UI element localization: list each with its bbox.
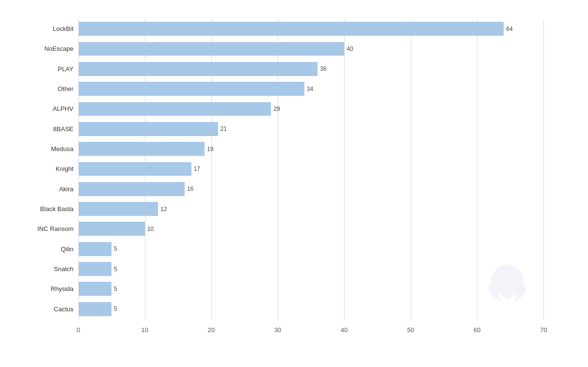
bar [79, 202, 159, 216]
bar-row: LockBit64 [79, 19, 544, 39]
bar-row: Knight17 [79, 159, 544, 179]
bar-wrapper: 40 [79, 42, 544, 56]
bar-row: ALPHV29 [79, 99, 544, 119]
bar [79, 162, 191, 176]
bar-row: PLAY36 [79, 59, 544, 79]
bar-row: Cactus5 [79, 299, 544, 319]
bar-row: 8BASE21 [79, 119, 544, 139]
bar-value: 5 [114, 266, 117, 273]
bar-wrapper: 34 [79, 82, 544, 96]
bar [79, 62, 318, 76]
bar-value: 29 [273, 106, 280, 112]
bar-label: Snatch [18, 265, 74, 273]
bar-row: Akira16 [79, 179, 544, 199]
bar [79, 82, 304, 96]
bar [79, 122, 218, 136]
bar-value: 16 [187, 185, 193, 192]
x-axis-label: 20 [204, 326, 219, 334]
bar-label: Knight [18, 165, 74, 172]
bar-row: Other34 [79, 79, 544, 99]
bar [79, 142, 205, 156]
x-axis-label: 70 [537, 326, 551, 334]
bar-value: 19 [207, 146, 213, 153]
bar-wrapper: 5 [79, 282, 544, 296]
bar-label: Rhysida [18, 285, 74, 292]
bars-container: LockBit64NoEscape40PLAY36Other34ALPHV298… [79, 19, 544, 319]
bar-wrapper: 5 [79, 262, 544, 276]
x-axis: 010203040506070 [79, 321, 544, 334]
bar-value: 5 [114, 245, 117, 252]
bar-value: 40 [347, 46, 353, 52]
bar-value: 5 [114, 306, 117, 312]
bar-wrapper: 16 [79, 182, 544, 196]
bar-label: Black Basta [18, 205, 74, 213]
bar-wrapper: 29 [79, 102, 544, 116]
bar-wrapper: 5 [79, 302, 544, 316]
bar-row: Rhysida5 [79, 279, 544, 299]
bar-value: 34 [307, 86, 313, 92]
bar-wrapper: 10 [79, 222, 544, 236]
bar-row: Medusa19 [79, 139, 544, 159]
bar-label: Other [18, 85, 74, 92]
x-axis-label: 60 [470, 326, 484, 334]
bar-label: PLAY [18, 65, 74, 73]
x-axis-label: 30 [270, 326, 285, 334]
bar-wrapper: 19 [79, 142, 544, 156]
bar-label: 8BASE [18, 125, 74, 133]
bar-label: Medusa [18, 145, 74, 153]
bar-value: 5 [114, 286, 117, 292]
bar-label: Qilin [18, 245, 74, 253]
chart-area: LockBit64NoEscape40PLAY36Other34ALPHV298… [79, 19, 544, 334]
bar-label: NoEscape [18, 45, 74, 52]
chart-container: LockBit64NoEscape40PLAY36Other34ALPHV298… [16, 9, 573, 358]
bar-value: 21 [221, 125, 227, 132]
bar-wrapper: 64 [79, 22, 544, 36]
bar [79, 302, 112, 316]
bar-label: INC Ransom [18, 225, 74, 232]
bar [79, 242, 112, 256]
bar [79, 222, 145, 236]
bar-wrapper: 5 [79, 242, 544, 256]
x-axis-label: 10 [138, 326, 152, 334]
bar-row: NoEscape40 [79, 39, 544, 59]
bar-label: Cactus [18, 306, 74, 313]
bar-label: Akira [18, 185, 74, 193]
bar [79, 102, 271, 116]
bar-wrapper: 21 [79, 122, 544, 136]
bar-wrapper: 17 [79, 162, 544, 176]
x-axis-label: 0 [71, 326, 86, 334]
bar-row: Snatch5 [79, 259, 544, 279]
x-axis-label: 40 [337, 326, 351, 334]
bar [79, 282, 112, 296]
bar [79, 182, 185, 196]
bar-value: 12 [160, 206, 167, 213]
x-axis-label: 50 [403, 326, 418, 334]
bar-value: 64 [506, 26, 512, 32]
bar [79, 262, 112, 276]
bar-value: 36 [320, 65, 326, 72]
bar-label: LockBit [18, 25, 74, 32]
bar-value: 17 [194, 166, 200, 172]
bar-wrapper: 12 [79, 202, 544, 216]
bar-row: INC Ransom10 [79, 219, 544, 239]
bar-row: Black Basta12 [79, 199, 544, 219]
bar-wrapper: 36 [79, 62, 544, 76]
bar-row: Qilin5 [79, 239, 544, 259]
bar-label: ALPHV [18, 105, 74, 112]
bar-value: 10 [147, 226, 154, 232]
bar [79, 42, 345, 56]
bar [79, 22, 504, 36]
